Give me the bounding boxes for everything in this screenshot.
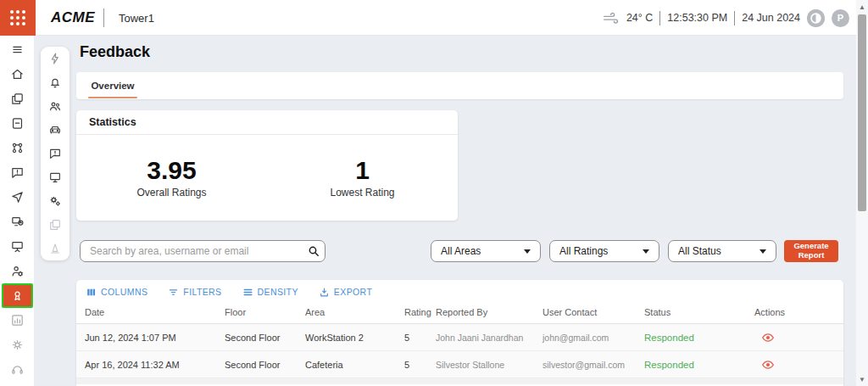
filters-label: FILTERS (183, 287, 221, 297)
area-filter-select[interactable]: All Areas (431, 240, 541, 262)
columns-button[interactable]: COLUMNS (86, 287, 147, 298)
column-header-user-contact[interactable]: User Contact (542, 307, 644, 317)
topbar-separator (659, 11, 660, 25)
stat-label: Overall Ratings (76, 187, 267, 199)
chart-icon[interactable] (0, 308, 34, 333)
topbar-separator (734, 11, 735, 25)
export-icon (319, 287, 330, 298)
column-header-area[interactable]: Area (305, 307, 404, 317)
statistics-body: 3.95 Overall Ratings 1 Lowest Rating (76, 135, 458, 220)
column-header-date[interactable]: Date (85, 307, 225, 317)
column-header-reported-by[interactable]: Reported By (436, 307, 542, 317)
home-icon[interactable] (0, 62, 34, 87)
status-badge: Responded (644, 360, 754, 370)
stat-lowest-rating: 1 Lowest Rating (267, 156, 458, 199)
wind-icon (603, 11, 620, 25)
density-button[interactable]: DENSITY (242, 287, 298, 298)
topbar: ACME Tower1 24° C 12:53:30 PM 24 Jun 202… (0, 0, 868, 36)
profile-avatar[interactable]: P (832, 9, 849, 27)
status-filter-select[interactable]: All Status (668, 240, 776, 262)
settings-gear-icon[interactable] (0, 333, 34, 357)
contrast-toggle-icon[interactable] (807, 9, 825, 27)
stat-overall-ratings: 3.95 Overall Ratings (76, 156, 267, 199)
chevron-down-icon (643, 249, 649, 254)
chevron-down-icon (760, 249, 766, 254)
topbar-right: 24° C 12:53:30 PM 24 Jun 2024 P (603, 0, 849, 36)
module-rail (41, 47, 70, 260)
rating-filter-select[interactable]: All Ratings (549, 240, 659, 262)
date-text: 24 Jun 2024 (742, 12, 800, 24)
tab-strip: Overview (76, 72, 843, 99)
bolt-icon[interactable] (41, 47, 70, 70)
car-icon[interactable] (41, 118, 70, 142)
cell-floor: Second Floor (225, 360, 305, 370)
gears-icon[interactable] (41, 189, 70, 213)
column-header-floor[interactable]: Floor (225, 307, 305, 317)
scroll-up-icon[interactable]: ▲ (856, 1, 868, 13)
filters-button[interactable]: FILTERS (168, 287, 221, 298)
acme-logo: ACME (51, 9, 95, 26)
copy-icon[interactable] (41, 213, 70, 237)
density-icon (242, 287, 253, 298)
filter-row: All Areas All Ratings All Status Generat… (76, 240, 843, 262)
copy-icon[interactable] (0, 87, 34, 111)
column-header-actions[interactable]: Actions (754, 307, 843, 317)
cell-rating: 5 (404, 360, 436, 370)
active-tab-indicator (88, 97, 137, 99)
search-box (80, 240, 326, 262)
feedback-table-card: COLUMNS FILTERS DENSITY EXPORT Date Floo… (76, 280, 843, 386)
column-header-rating[interactable]: Rating (404, 307, 436, 317)
org-icon[interactable] (0, 136, 34, 160)
density-label: DENSITY (258, 287, 298, 297)
view-eye-icon[interactable] (754, 331, 843, 344)
logo-divider (103, 8, 104, 27)
cell-reported-by: John Jaani Janardhan (436, 333, 542, 343)
apps-grid-icon[interactable] (0, 0, 36, 36)
view-eye-icon[interactable] (754, 358, 843, 372)
presentation-icon[interactable] (0, 234, 34, 259)
user-gear-icon[interactable] (0, 259, 34, 283)
table-row-partial (76, 378, 843, 384)
export-button[interactable]: EXPORT (319, 287, 372, 298)
column-header-status[interactable]: Status (644, 307, 754, 317)
export-label: EXPORT (334, 287, 372, 297)
chat-alert-icon[interactable] (41, 142, 70, 165)
cone-icon[interactable] (41, 237, 70, 260)
tab-overview[interactable]: Overview (88, 72, 137, 99)
chat-alert-icon[interactable] (0, 160, 34, 185)
temperature-text: 24° C (626, 12, 653, 24)
book-icon[interactable] (0, 111, 34, 136)
search-input[interactable] (81, 245, 303, 257)
table-row[interactable]: Apr 16, 2024 11:32 AM Second Floor Cafet… (76, 351, 843, 378)
building-name: Tower1 (119, 12, 154, 25)
vertical-scrollbar[interactable]: ▲ ▼ (856, 0, 868, 386)
stat-value: 3.95 (76, 156, 267, 184)
scroll-down-icon[interactable]: ▼ (856, 373, 868, 385)
area-filter-value: All Areas (441, 245, 481, 257)
chevron-down-icon (524, 249, 531, 254)
monitor-badge-icon[interactable] (0, 210, 34, 234)
bell-icon[interactable] (41, 70, 70, 94)
cell-user-contact: john@gmail.com (542, 333, 644, 343)
status-badge: Responded (644, 333, 754, 343)
apps-grid-dots (10, 10, 25, 25)
screen-icon[interactable] (41, 165, 70, 189)
menu-icon[interactable] (0, 37, 34, 62)
feedback-award-icon[interactable] (2, 283, 33, 308)
cell-rating: 5 (404, 333, 436, 343)
headset-icon[interactable] (0, 357, 34, 382)
cell-floor: Second Floor (225, 333, 305, 343)
table-toolbar: COLUMNS FILTERS DENSITY EXPORT (76, 280, 843, 300)
rating-filter-value: All Ratings (559, 245, 608, 257)
page-title: Feedback (80, 43, 150, 61)
cell-date: Apr 16, 2024 11:32 AM (85, 360, 225, 370)
scrollbar-thumb[interactable] (858, 14, 866, 211)
app-sidebar (0, 36, 34, 386)
send-icon[interactable] (0, 185, 34, 210)
search-icon[interactable] (303, 244, 325, 258)
people-icon[interactable] (41, 94, 70, 118)
generate-report-button[interactable]: Generate Report (784, 240, 838, 262)
table-row[interactable]: Jun 12, 2024 1:07 PM Second Floor WorkSt… (76, 324, 843, 351)
cell-date: Jun 12, 2024 1:07 PM (85, 333, 225, 343)
columns-icon (86, 287, 97, 298)
